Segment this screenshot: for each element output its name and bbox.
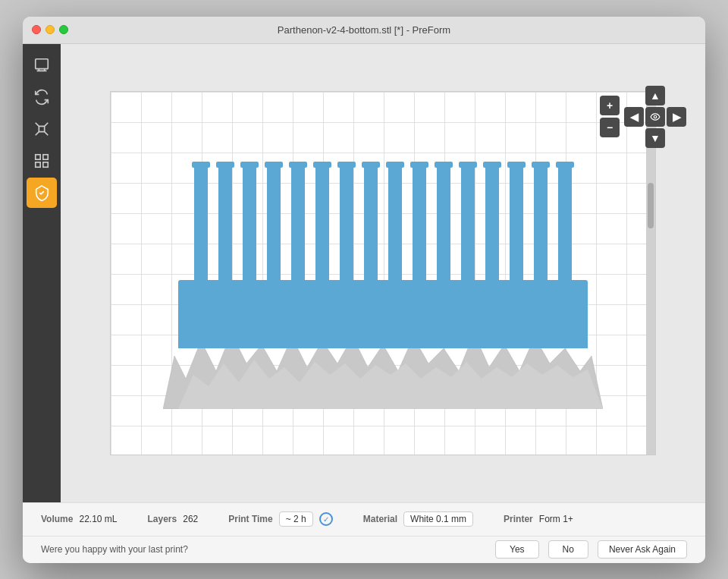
sidebar-item-layout[interactable] bbox=[27, 146, 57, 176]
column-12 bbox=[461, 166, 475, 280]
window-title: Parthenon-v2-4-bottom.stl [*] - PreForm bbox=[278, 24, 450, 36]
layers-field: Layers 262 bbox=[148, 514, 199, 524]
print-time-label: Print Time bbox=[228, 514, 272, 524]
sidebar bbox=[23, 44, 61, 502]
column-13 bbox=[485, 166, 499, 280]
pan-left-button[interactable]: ◀ bbox=[624, 107, 644, 127]
yes-button[interactable]: Yes bbox=[495, 540, 539, 559]
eye-icon bbox=[650, 112, 661, 122]
print-time-check-icon: ✓ bbox=[319, 512, 333, 526]
column-16 bbox=[558, 166, 572, 280]
svg-rect-4 bbox=[36, 162, 40, 166]
column-8 bbox=[364, 166, 378, 280]
sidebar-item-support[interactable] bbox=[27, 178, 57, 208]
material-label: Material bbox=[363, 514, 397, 524]
svg-rect-1 bbox=[39, 126, 44, 131]
grid-canvas[interactable] bbox=[110, 91, 656, 455]
svg-rect-5 bbox=[43, 162, 48, 166]
printer-field: Printer Form 1+ bbox=[504, 514, 573, 524]
feedback-row: Were you happy with your last print? Yes… bbox=[23, 537, 705, 563]
column-9 bbox=[388, 166, 402, 280]
never-ask-button[interactable]: Never Ask Again bbox=[598, 540, 687, 559]
svg-rect-2 bbox=[36, 154, 40, 159]
column-11 bbox=[437, 166, 450, 280]
scale-icon bbox=[33, 121, 50, 137]
column-3 bbox=[243, 166, 256, 280]
svg-rect-0 bbox=[36, 58, 49, 68]
pan-right-button[interactable]: ▶ bbox=[667, 107, 686, 127]
rotate-icon bbox=[33, 89, 50, 105]
sidebar-item-import[interactable] bbox=[27, 50, 57, 80]
support-icon bbox=[33, 184, 50, 201]
svg-rect-3 bbox=[43, 154, 48, 159]
zoom-out-button[interactable]: − bbox=[600, 118, 620, 137]
pan-up-button[interactable]: ▲ bbox=[645, 86, 665, 105]
model-container bbox=[163, 166, 603, 409]
column-1 bbox=[194, 166, 208, 280]
main-content: + − ▲ ◀ ▶ ▼ bbox=[23, 44, 705, 502]
printer-label: Printer bbox=[504, 514, 533, 524]
no-button[interactable]: No bbox=[548, 540, 588, 559]
layout-icon bbox=[33, 153, 50, 169]
pan-center-button[interactable] bbox=[645, 107, 665, 127]
zoom-controls: + − bbox=[600, 96, 620, 137]
maximize-button[interactable] bbox=[59, 25, 68, 34]
printer-value: Form 1+ bbox=[539, 514, 573, 524]
title-bar: Parthenon-v2-4-bottom.stl [*] - PreForm bbox=[23, 17, 705, 44]
column-14 bbox=[510, 166, 523, 280]
svg-point-8 bbox=[654, 115, 657, 118]
viewport-area: + − ▲ ◀ ▶ ▼ bbox=[61, 44, 705, 502]
volume-value: 22.10 mL bbox=[79, 514, 117, 524]
main-body bbox=[178, 280, 588, 348]
nav-controls-wrapper: + − ▲ ◀ ▶ ▼ bbox=[600, 86, 686, 148]
volume-field: Volume 22.10 mL bbox=[41, 514, 118, 524]
material-field: Material White 0.1 mm bbox=[363, 511, 473, 527]
column-7 bbox=[340, 166, 353, 280]
column-15 bbox=[534, 166, 548, 280]
columns-row bbox=[186, 159, 580, 280]
sidebar-item-rotate[interactable] bbox=[27, 82, 57, 112]
layers-label: Layers bbox=[148, 514, 177, 524]
sidebar-item-scale[interactable] bbox=[27, 114, 57, 144]
zoom-in-button[interactable]: + bbox=[600, 96, 620, 115]
close-button[interactable] bbox=[32, 25, 41, 34]
volume-label: Volume bbox=[41, 514, 73, 524]
app-window: Parthenon-v2-4-bottom.stl [*] - PreForm bbox=[23, 17, 705, 563]
scrollbar-thumb[interactable] bbox=[648, 183, 654, 228]
status-info-row: Volume 22.10 mL Layers 262 Print Time ~ … bbox=[23, 503, 705, 537]
print-time-value: ~ 2 h bbox=[279, 511, 313, 527]
print-time-field: Print Time ~ 2 h ✓ bbox=[228, 511, 333, 527]
column-4 bbox=[267, 166, 281, 280]
minimize-button[interactable] bbox=[46, 25, 55, 34]
dpad: ▲ ◀ ▶ ▼ bbox=[624, 86, 686, 148]
material-value[interactable]: White 0.1 mm bbox=[403, 511, 473, 527]
column-10 bbox=[413, 166, 426, 280]
column-5 bbox=[291, 166, 305, 280]
import-icon bbox=[33, 57, 50, 74]
layers-value: 262 bbox=[183, 514, 198, 524]
pan-down-button[interactable]: ▼ bbox=[645, 128, 665, 148]
traffic-lights bbox=[32, 25, 68, 34]
feedback-question: Were you happy with your last print? bbox=[41, 544, 486, 555]
column-2 bbox=[218, 166, 232, 280]
column-6 bbox=[315, 166, 329, 280]
status-bar: Volume 22.10 mL Layers 262 Print Time ~ … bbox=[23, 502, 705, 563]
